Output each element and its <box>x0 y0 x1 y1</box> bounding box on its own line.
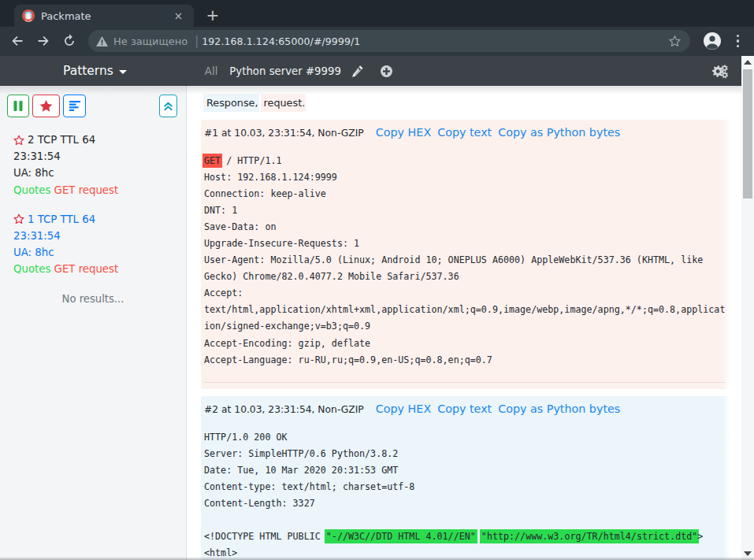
browser-tab-bar: Packmate × + <box>0 0 754 27</box>
packet-actions: Copy HEXCopy textCopy as Python bytes <box>376 401 626 416</box>
add-service-button[interactable] <box>381 65 392 77</box>
back-arrow-icon <box>9 33 25 49</box>
packet-body: HTTP/1.0 200 OK Server: SimpleHTTP/0.6 P… <box>204 429 726 560</box>
settings-button[interactable] <box>711 65 729 82</box>
person-icon <box>704 32 721 50</box>
star-filled-icon <box>39 100 53 113</box>
page-content: 2 TCP TTL 6423:31:54UA: 8hcQuotes GET re… <box>0 86 741 560</box>
scrollbar-up-arrow[interactable] <box>741 56 754 69</box>
tab-title: Packmate <box>41 10 171 22</box>
stream-list-item[interactable]: 1 TCP TTL 6423:31:54UA: 8hcQuotes GET re… <box>0 211 186 278</box>
browser-toolbar: Не защищено | 192.168.1.124:65000/#/9999… <box>0 27 754 56</box>
highlight-green: "http://www.w3.org/TR/html4/strict.dtd" <box>480 529 699 543</box>
packet-header: #1 at 10.03, 23:31:54, Non-GZIPCopy HEXC… <box>204 124 726 139</box>
stream-list: 2 TCP TTL 6423:31:54UA: 8hcQuotes GET re… <box>0 132 186 305</box>
stream-item-ua: UA: 8hc <box>13 244 173 261</box>
security-status[interactable]: Не защищено <box>113 35 188 47</box>
scrollbar-thumb[interactable] <box>743 69 752 198</box>
packets-container: #1 at 10.03, 23:31:54, Non-GZIPCopy HEXC… <box>187 120 741 560</box>
not-secure-warning-icon <box>96 36 108 46</box>
pencil-icon <box>351 65 364 77</box>
favicon-packmate <box>22 9 35 22</box>
scrollbar-down-arrow[interactable] <box>741 547 754 560</box>
packet-header: #2 at 10.03, 23:31:54, Non-GZIPCopy HEXC… <box>204 401 726 416</box>
stream-item-ua: UA: 8hc <box>13 165 173 181</box>
service-title: Python server #9999 <box>229 65 341 77</box>
packet-card-response: #2 at 10.03, 23:31:54, Non-GZIPCopy HEXC… <box>201 396 730 560</box>
copy-action-link[interactable]: Copy HEX <box>376 126 431 139</box>
packet-body: GET / HTTP/1.1 Host: 192.168.1.124:9999 … <box>204 153 726 369</box>
patterns-dropdown[interactable]: Patterns <box>63 64 127 78</box>
align-left-icon <box>69 101 80 111</box>
gears-icon <box>711 65 729 79</box>
stream-item-header: 2 TCP TTL 64 <box>13 132 173 148</box>
highlight-red: GET <box>202 154 222 168</box>
copy-action-link[interactable]: Copy as Python bytes <box>498 402 620 415</box>
stream-item-time: 23:31:54 <box>13 148 173 165</box>
menu-dot <box>737 39 739 42</box>
back-button[interactable] <box>6 30 28 52</box>
pause-button[interactable] <box>7 95 29 117</box>
plus-circle-icon <box>381 65 392 77</box>
packet-actions: Copy HEXCopy textCopy as Python bytes <box>376 124 626 139</box>
new-tab-button[interactable]: + <box>202 4 224 26</box>
edit-service-button[interactable] <box>351 65 364 77</box>
no-results-text: No results... <box>0 293 186 305</box>
favorite-star-icon[interactable] <box>13 213 24 224</box>
highlight-green: "-//W3C//DTD HTML 4.01//EN" <box>325 529 477 543</box>
pattern-tag[interactable]: Quotes <box>13 263 50 275</box>
menu-dot <box>737 35 739 37</box>
stream-item-title: 1 TCP TTL 64 <box>28 211 95 228</box>
stream-item-title: 2 TCP TTL 64 <box>28 132 95 148</box>
compact-view-button[interactable] <box>63 95 86 117</box>
tab-close-icon[interactable]: × <box>171 9 186 22</box>
collapse-sidebar-button[interactable] <box>159 95 177 117</box>
angle-double-up-icon <box>164 101 173 111</box>
packet-title: #2 at 10.03, 23:31:54, Non-GZIP <box>204 404 364 415</box>
address-bar[interactable]: Не защищено | 192.168.1.124:65000/#/9999… <box>88 30 690 52</box>
stream-item-patterns: Quotes GET request <box>13 261 173 277</box>
packet-title: #1 at 10.03, 23:31:54, Non-GZIP <box>204 128 364 139</box>
reload-icon <box>62 34 76 48</box>
pattern-tag[interactable]: Quotes <box>13 184 50 196</box>
favorite-star-icon[interactable] <box>13 135 24 146</box>
url-text[interactable]: 192.168.1.124:65000/#/9999/1 <box>202 35 667 47</box>
menu-dot <box>737 45 739 47</box>
sidebar-controls <box>0 95 187 118</box>
stream-list-item[interactable]: 2 TCP TTL 6423:31:54UA: 8hcQuotes GET re… <box>0 132 186 198</box>
packet-card-request: #1 at 10.03, 23:31:54, Non-GZIPCopy HEXC… <box>201 120 730 389</box>
direction-legend: Response,request. <box>203 95 741 112</box>
reload-button[interactable] <box>58 30 80 52</box>
scroll-up-triangle-icon <box>744 60 752 65</box>
pattern-tag[interactable]: GET request <box>54 263 119 275</box>
stream-sidebar: 2 TCP TTL 6423:31:54UA: 8hcQuotes GET re… <box>0 86 187 560</box>
stream-item-header: 1 TCP TTL 64 <box>13 211 173 228</box>
browser-tab[interactable]: Packmate × <box>14 5 194 27</box>
pause-icon <box>13 101 23 111</box>
scroll-down-triangle-icon <box>744 551 752 556</box>
packet-tail <box>204 383 726 389</box>
app-header: Patterns All Python server #9999 <box>0 56 741 86</box>
copy-action-link[interactable]: Copy text <box>437 402 492 415</box>
stream-item-patterns: Quotes GET request <box>13 182 173 198</box>
caret-down-icon <box>119 70 127 74</box>
bookmark-star-icon[interactable] <box>667 34 682 49</box>
pattern-tag[interactable]: GET request <box>54 184 119 196</box>
copy-action-link[interactable]: Copy HEX <box>376 402 431 415</box>
forward-arrow-icon <box>35 33 51 49</box>
stream-item-time: 23:31:54 <box>13 228 173 244</box>
all-services-link[interactable]: All <box>205 65 218 77</box>
page-scrollbar[interactable] <box>741 56 754 560</box>
omnibox-separator: | <box>195 34 199 48</box>
legend-request: request. <box>261 94 306 112</box>
profile-avatar[interactable] <box>704 32 721 53</box>
copy-action-link[interactable]: Copy as Python bytes <box>498 126 620 139</box>
patterns-label: Patterns <box>63 64 113 78</box>
browser-menu-icon[interactable] <box>734 35 742 47</box>
legend-response: Response, <box>203 94 259 112</box>
forward-button[interactable] <box>32 30 54 52</box>
packet-view: Response,request. #1 at 10.03, 23:31:54,… <box>187 86 741 560</box>
favorites-filter-button[interactable] <box>32 95 60 117</box>
copy-action-link[interactable]: Copy text <box>437 126 492 139</box>
